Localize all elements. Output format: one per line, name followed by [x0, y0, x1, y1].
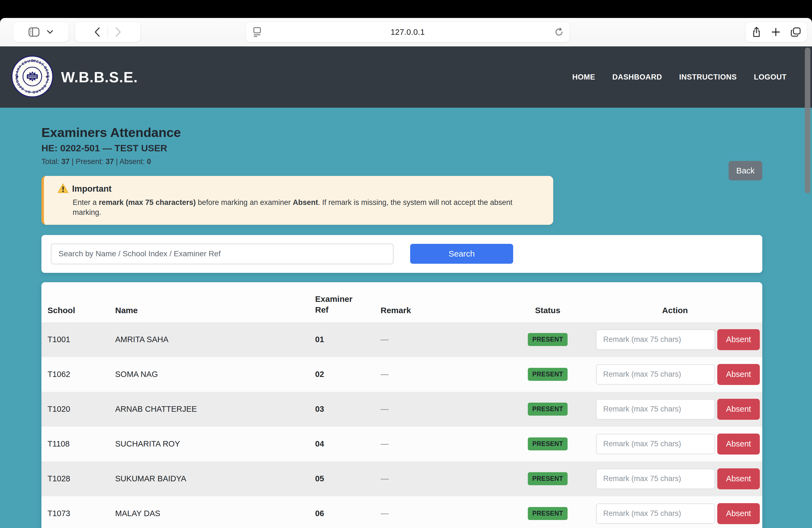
- status-badge: PRESENT: [528, 402, 567, 415]
- user-name: TEST USER: [115, 143, 168, 153]
- page-scrollbar[interactable]: [805, 47, 810, 193]
- status-badge: PRESENT: [528, 368, 567, 381]
- search-input[interactable]: [51, 244, 394, 264]
- share-icon[interactable]: [752, 27, 761, 37]
- wbbse-logo: WEST BENGAL BOARD OF SECONDARY EDUCATION…: [11, 56, 53, 99]
- header-action: Action: [596, 306, 762, 315]
- notice-body: Enter a remark (max 75 characters) befor…: [73, 197, 542, 218]
- present-count: 37: [105, 157, 114, 166]
- remark-cell: —: [381, 370, 499, 379]
- attendance-table: School Name Examiner Ref Remark Status A…: [41, 282, 762, 528]
- forward-button[interactable]: [115, 27, 121, 37]
- status-badge: PRESENT: [528, 437, 567, 450]
- remark-cell: —: [381, 335, 499, 344]
- remark-input[interactable]: [596, 434, 715, 454]
- stats-line: Total: 37 | Present: 37 | Absent: 0: [41, 157, 762, 166]
- chevron-down-icon[interactable]: [47, 30, 53, 34]
- back-button[interactable]: [94, 27, 100, 37]
- remark-input[interactable]: [596, 469, 715, 489]
- remark-input[interactable]: [596, 364, 715, 385]
- examiner-ref-cell: 06: [315, 509, 381, 518]
- macos-menubar: [0, 0, 812, 18]
- school-cell: T1073: [47, 509, 115, 518]
- header-name: Name: [115, 306, 315, 315]
- remark-cell: —: [381, 474, 499, 483]
- name-cell: SUCHARITA ROY: [115, 439, 315, 449]
- absent-button[interactable]: Absent: [717, 364, 760, 385]
- status-badge: PRESENT: [528, 507, 567, 520]
- status-badge: PRESENT: [528, 472, 567, 485]
- page-body: Back Examiners Attendance HE: 0202-501 —…: [0, 108, 812, 528]
- page-title: Examiners Attendance: [41, 125, 762, 140]
- header-remark: Remark: [381, 306, 499, 315]
- main-nav: HOME DASHBOARD INSTRUCTIONS LOGOUT: [572, 73, 787, 82]
- name-cell: SUKUMAR BAIDYA: [115, 474, 315, 483]
- name-cell: ARNAB CHATTERJEE: [115, 405, 315, 414]
- school-cell: T1062: [47, 370, 115, 379]
- absent-button[interactable]: Absent: [717, 329, 760, 350]
- search-card: Search: [41, 235, 762, 273]
- remark-input[interactable]: [596, 329, 715, 350]
- name-cell: SOMA NAG: [115, 370, 315, 379]
- nav-home[interactable]: HOME: [572, 73, 595, 82]
- examiner-ref-cell: 04: [315, 439, 381, 449]
- total-count: 37: [61, 157, 70, 166]
- school-cell: T1108: [47, 439, 115, 449]
- table-body: T1001 AMRITA SAHA 01 — PRESENT Absent T1…: [41, 322, 762, 528]
- examiner-ref-cell: 02: [315, 370, 381, 379]
- table-header: School Name Examiner Ref Remark Status A…: [41, 282, 762, 322]
- nav-instructions[interactable]: INSTRUCTIONS: [679, 73, 737, 82]
- site-header: WEST BENGAL BOARD OF SECONDARY EDUCATION…: [0, 46, 812, 108]
- toolbar-divider: [107, 26, 108, 38]
- table-row: T1108 SUCHARITA ROY 04 — PRESENT Absent: [41, 427, 762, 461]
- tabs-icon[interactable]: [791, 27, 801, 37]
- examiner-ref-cell: 03: [315, 405, 381, 414]
- important-notice: Important Enter a remark (max 75 charact…: [41, 176, 553, 225]
- nav-logout[interactable]: LOGOUT: [754, 73, 787, 82]
- brand-title: W.B.B.S.E.: [61, 69, 138, 86]
- he-code: 0202-501: [60, 143, 100, 153]
- remark-input[interactable]: [596, 399, 715, 420]
- nav-dashboard[interactable]: DASHBOARD: [612, 73, 662, 82]
- school-cell: T1028: [47, 474, 115, 483]
- reload-button[interactable]: [555, 27, 563, 37]
- examiner-ref-cell: 05: [315, 474, 381, 483]
- url-text: 127.0.0.1: [391, 28, 425, 37]
- page-subtitle: HE: 0202-501 — TEST USER: [41, 143, 762, 153]
- table-row: T1020 ARNAB CHATTERJEE 03 — PRESENT Abse…: [41, 392, 762, 427]
- examiner-ref-cell: 01: [315, 335, 381, 344]
- notice-title: Important: [72, 184, 112, 194]
- page-format-icon[interactable]: [252, 27, 262, 37]
- absent-button[interactable]: Absent: [717, 468, 760, 489]
- table-row: T1001 AMRITA SAHA 01 — PRESENT Absent: [41, 322, 762, 357]
- status-badge: PRESENT: [528, 333, 567, 346]
- absent-button[interactable]: Absent: [717, 503, 760, 524]
- absent-count: 0: [147, 157, 151, 166]
- school-cell: T1001: [47, 335, 115, 344]
- remark-cell: —: [381, 405, 499, 414]
- name-cell: AMRITA SAHA: [115, 335, 315, 344]
- table-row: T1028 SUKUMAR BAIDYA 05 — PRESENT Absent: [41, 461, 762, 496]
- remark-cell: —: [381, 509, 499, 518]
- back-page-button[interactable]: Back: [729, 161, 762, 180]
- table-row: T1062 SOMA NAG 02 — PRESENT Absent: [41, 357, 762, 392]
- brand: WEST BENGAL BOARD OF SECONDARY EDUCATION…: [11, 56, 138, 99]
- browser-toolbar: 127.0.0.1: [0, 18, 812, 46]
- svg-text:★: ★: [45, 74, 49, 79]
- header-school: School: [47, 306, 115, 315]
- remark-cell: —: [381, 439, 499, 449]
- absent-button[interactable]: Absent: [717, 434, 760, 455]
- address-bar[interactable]: 127.0.0.1: [246, 22, 569, 42]
- name-cell: MALAY DAS: [115, 509, 315, 518]
- header-examiner-ref: Examiner Ref: [315, 294, 381, 315]
- svg-text:★: ★: [15, 74, 19, 79]
- absent-button[interactable]: Absent: [717, 399, 760, 420]
- new-tab-icon[interactable]: [771, 28, 780, 36]
- table-row: T1073 MALAY DAS 06 — PRESENT Absent: [41, 496, 762, 528]
- warning-icon: [57, 183, 69, 195]
- school-cell: T1020: [47, 405, 115, 414]
- sidebar-toggle-button[interactable]: [28, 27, 40, 37]
- remark-input[interactable]: [596, 503, 715, 524]
- header-status: Status: [499, 306, 596, 315]
- search-button[interactable]: Search: [410, 244, 513, 264]
